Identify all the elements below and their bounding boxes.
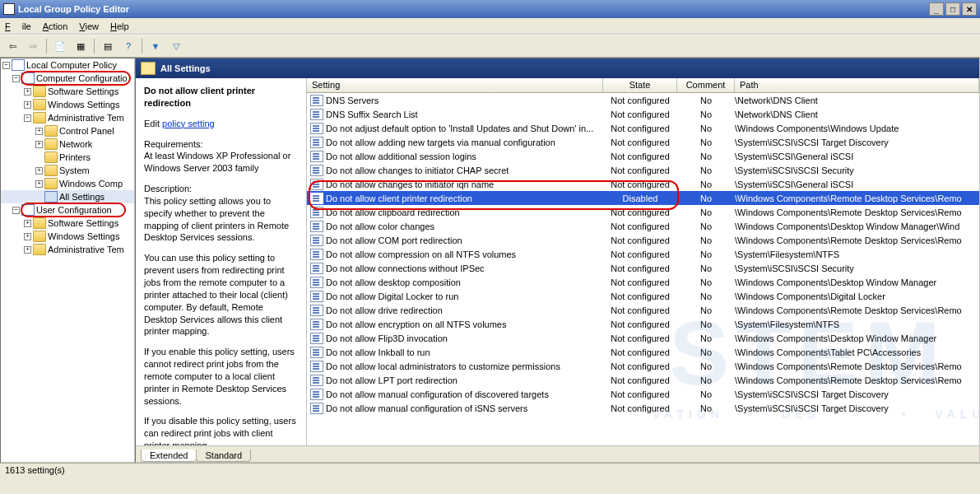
cell-setting: Do not allow adding new targets via manu… bbox=[326, 137, 603, 147]
table-row[interactable]: Do not allow additional session loginsNo… bbox=[307, 149, 979, 163]
menu-help[interactable]: Help bbox=[110, 21, 129, 31]
title-bar: Local Group Policy Editor _ □ ✕ bbox=[0, 0, 980, 18]
table-row[interactable]: Do not allow drive redirectionNot config… bbox=[307, 303, 979, 317]
tree-user-admin[interactable]: Administrative Tem bbox=[48, 245, 124, 254]
tree-all-settings[interactable]: All Settings bbox=[59, 192, 105, 202]
cell-state: Not configured bbox=[603, 179, 677, 189]
rows-container[interactable]: DNS ServersNot configuredNo\Network\DNS … bbox=[307, 93, 979, 445]
table-row[interactable]: Do not allow compression on all NTFS vol… bbox=[307, 247, 979, 261]
maximize-button[interactable]: □ bbox=[945, 2, 960, 16]
table-row[interactable]: Do not allow desktop compositionNot conf… bbox=[307, 275, 979, 289]
table-row[interactable]: Do not allow adding new targets via manu… bbox=[307, 135, 979, 149]
up-button[interactable]: 📄 bbox=[51, 37, 69, 55]
tree-user-config[interactable]: User Configuration bbox=[36, 205, 112, 215]
help-button[interactable]: ? bbox=[119, 37, 137, 55]
table-row[interactable]: Do not allow COM port redirectionNot con… bbox=[307, 233, 979, 247]
cell-comment: No bbox=[677, 389, 735, 399]
table-row[interactable]: Do not allow local administrators to cus… bbox=[307, 359, 979, 373]
back-button[interactable]: ⇦ bbox=[3, 37, 21, 55]
menu-view[interactable]: View bbox=[79, 21, 99, 31]
close-button[interactable]: ✕ bbox=[962, 2, 977, 16]
cell-setting: Do not allow desktop composition bbox=[326, 277, 603, 287]
col-path[interactable]: Path bbox=[735, 78, 979, 92]
tree-software-settings[interactable]: Software Settings bbox=[48, 86, 118, 96]
expand-icon[interactable]: − bbox=[12, 207, 20, 214]
table-row[interactable]: Do not allow Digital Locker to runNot co… bbox=[307, 289, 979, 303]
column-headers[interactable]: Setting State Comment Path bbox=[307, 78, 979, 93]
setting-icon bbox=[310, 123, 323, 134]
table-row[interactable]: Do not allow changes to initiator iqn na… bbox=[307, 177, 979, 191]
cell-path: \System\iSCSI\iSCSI Target Discovery bbox=[735, 389, 979, 399]
tab-extended[interactable]: Extended bbox=[141, 450, 197, 462]
expand-icon[interactable]: + bbox=[35, 180, 43, 188]
expand-icon[interactable]: + bbox=[35, 167, 43, 175]
setting-icon bbox=[310, 235, 323, 246]
setting-icon bbox=[310, 249, 323, 260]
table-row[interactable]: Do not allow manual configuration of dis… bbox=[307, 387, 979, 401]
menu-file[interactable]: File bbox=[5, 21, 31, 31]
menu-action[interactable]: Action bbox=[43, 21, 68, 31]
expand-icon[interactable]: + bbox=[35, 128, 43, 135]
table-row[interactable]: Do not allow LPT port redirectionNot con… bbox=[307, 373, 979, 387]
table-row[interactable]: Do not allow changes to initiator CHAP s… bbox=[307, 163, 979, 177]
cell-state: Not configured bbox=[603, 235, 677, 245]
header-icon bbox=[141, 62, 156, 75]
setting-icon bbox=[310, 347, 323, 358]
tab-standard[interactable]: Standard bbox=[196, 450, 251, 462]
expand-icon[interactable]: + bbox=[24, 101, 31, 109]
table-row[interactable]: Do not allow color changesNot configured… bbox=[307, 219, 979, 233]
expand-icon[interactable]: − bbox=[2, 62, 10, 69]
table-row[interactable]: Do not allow Flip3D invocationNot config… bbox=[307, 331, 979, 345]
table-row[interactable]: Do not allow clipboard redirectionNot co… bbox=[307, 205, 979, 219]
tree-printers[interactable]: Printers bbox=[59, 152, 91, 162]
tree-pane[interactable]: −Local Computer Policy −Computer Configu… bbox=[0, 58, 135, 463]
minimize-button[interactable]: _ bbox=[929, 2, 944, 16]
table-row[interactable]: Do not adjust default option to 'Install… bbox=[307, 121, 979, 135]
table-row[interactable]: Do not allow Inkball to runNot configure… bbox=[307, 345, 979, 359]
expand-icon[interactable]: + bbox=[24, 246, 31, 254]
tree-user-software[interactable]: Software Settings bbox=[48, 218, 118, 228]
cell-state: Not configured bbox=[603, 137, 677, 147]
settings-icon bbox=[44, 191, 58, 203]
filter-options-button[interactable]: ▽ bbox=[167, 37, 185, 55]
expand-icon[interactable]: − bbox=[24, 114, 31, 122]
cell-path: \Network\DNS Client bbox=[735, 96, 979, 105]
setting-icon bbox=[310, 151, 323, 162]
cell-state: Not configured bbox=[603, 96, 677, 105]
table-row[interactable]: Do not allow manual configuration of iSN… bbox=[307, 401, 979, 415]
col-setting[interactable]: Setting bbox=[307, 78, 603, 92]
tree-user-windows[interactable]: Windows Settings bbox=[48, 231, 119, 241]
tree-windows-components[interactable]: Windows Comp bbox=[59, 179, 123, 189]
expand-icon[interactable]: + bbox=[24, 233, 31, 240]
expand-icon[interactable]: − bbox=[12, 75, 20, 82]
tree-system[interactable]: System bbox=[59, 165, 90, 175]
col-comment[interactable]: Comment bbox=[677, 78, 735, 92]
expand-icon[interactable]: + bbox=[35, 141, 43, 148]
forward-button[interactable]: ⇨ bbox=[24, 37, 42, 55]
cell-path: \Windows Components\Remote Desktop Servi… bbox=[735, 207, 979, 217]
tree-network[interactable]: Network bbox=[59, 139, 92, 149]
cell-path: \Windows Components\Tablet PC\Accessorie… bbox=[735, 347, 979, 357]
tree-control-panel[interactable]: Control Panel bbox=[59, 126, 114, 136]
col-state[interactable]: State bbox=[603, 78, 677, 92]
table-row[interactable]: Do not allow client printer redirectionD… bbox=[307, 191, 979, 205]
export-button[interactable]: ▤ bbox=[99, 37, 117, 55]
tree-windows-settings[interactable]: Windows Settings bbox=[48, 100, 119, 110]
edit-policy-link[interactable]: policy setting bbox=[162, 119, 215, 128]
expand-icon[interactable]: + bbox=[24, 220, 31, 227]
cell-comment: No bbox=[677, 263, 735, 273]
show-hide-button[interactable]: ▦ bbox=[72, 37, 90, 55]
cell-path: \System\Filesystem\NTFS bbox=[735, 319, 979, 329]
expand-icon[interactable]: + bbox=[24, 88, 31, 96]
table-row[interactable]: DNS Suffix Search ListNot configuredNo\N… bbox=[307, 107, 979, 121]
cell-setting: Do not allow LPT port redirection bbox=[326, 375, 603, 385]
filter-button[interactable]: ▼ bbox=[146, 37, 165, 55]
table-row[interactable]: Do not allow encryption on all NTFS volu… bbox=[307, 317, 979, 331]
table-row[interactable]: Do not allow connections without IPSecNo… bbox=[307, 261, 979, 275]
tree-admin-templates[interactable]: Administrative Tem bbox=[48, 113, 124, 123]
tree-root[interactable]: Local Computer Policy bbox=[26, 60, 117, 70]
cell-setting: Do not allow Flip3D invocation bbox=[326, 333, 603, 343]
table-row[interactable]: DNS ServersNot configuredNo\Network\DNS … bbox=[307, 93, 979, 107]
cell-path: \Windows Components\Digital Locker bbox=[735, 291, 979, 301]
tree-computer-config[interactable]: Computer Configuratio bbox=[36, 73, 128, 83]
